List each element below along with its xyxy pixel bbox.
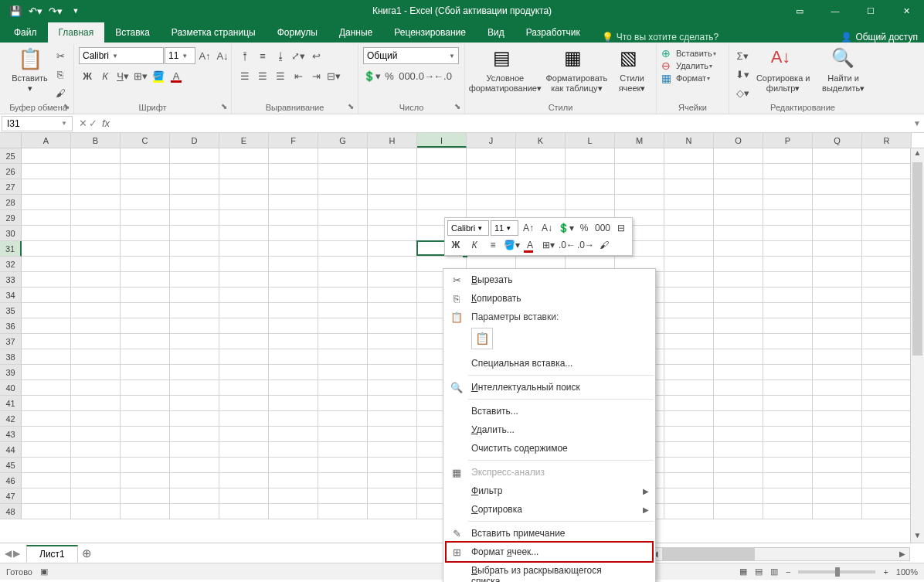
tab-home[interactable]: Главная bbox=[48, 22, 105, 43]
cell[interactable] bbox=[170, 488, 219, 504]
column-header[interactable]: E bbox=[219, 133, 269, 148]
cell[interactable] bbox=[269, 488, 318, 504]
ctx-filter[interactable]: Фильтр▶ bbox=[443, 482, 655, 500]
cell[interactable] bbox=[121, 442, 170, 458]
cell[interactable] bbox=[714, 226, 763, 241]
cell[interactable] bbox=[813, 272, 862, 288]
decrease-font-icon[interactable]: A↓ bbox=[214, 47, 231, 64]
cells-insert-button[interactable]: Вставить bbox=[676, 49, 712, 58]
cell[interactable] bbox=[664, 411, 714, 427]
cell[interactable] bbox=[269, 318, 318, 334]
cell[interactable] bbox=[318, 396, 368, 411]
row-header[interactable]: 28 bbox=[0, 195, 22, 210]
column-header[interactable]: C bbox=[121, 133, 170, 148]
cell[interactable] bbox=[71, 411, 121, 427]
align-left-icon[interactable]: ☰ bbox=[236, 67, 253, 84]
cell[interactable] bbox=[813, 318, 862, 334]
row-header[interactable]: 46 bbox=[0, 473, 22, 488]
cell[interactable] bbox=[813, 349, 862, 365]
cell[interactable] bbox=[368, 349, 417, 365]
cell[interactable] bbox=[269, 164, 318, 179]
cell[interactable] bbox=[664, 365, 714, 380]
cell[interactable] bbox=[664, 164, 714, 179]
cell[interactable] bbox=[664, 488, 714, 504]
cell[interactable] bbox=[269, 442, 318, 458]
mini-format-painter-icon[interactable]: 🖌 bbox=[596, 237, 613, 253]
cell[interactable] bbox=[368, 272, 417, 288]
column-header[interactable]: P bbox=[763, 133, 813, 148]
cell[interactable] bbox=[170, 427, 219, 442]
cell[interactable] bbox=[813, 396, 862, 411]
cell[interactable] bbox=[22, 504, 71, 519]
formula-input[interactable] bbox=[114, 116, 910, 131]
paste-option-default[interactable]: 📋 bbox=[471, 328, 493, 349]
font-size-combo[interactable]: 11▼ bbox=[165, 47, 195, 64]
column-header[interactable]: J bbox=[467, 133, 516, 148]
cell[interactable] bbox=[71, 458, 121, 473]
row-header[interactable]: 41 bbox=[0, 396, 22, 411]
ctx-format-cells[interactable]: ⊞Формат ячеек... bbox=[443, 543, 655, 561]
cell[interactable] bbox=[269, 257, 318, 272]
cell[interactable] bbox=[170, 396, 219, 411]
cell[interactable] bbox=[714, 195, 763, 210]
cell[interactable] bbox=[170, 334, 219, 349]
cell[interactable] bbox=[714, 288, 763, 303]
cell[interactable] bbox=[318, 365, 368, 380]
cell[interactable] bbox=[269, 179, 318, 195]
row-header[interactable]: 44 bbox=[0, 442, 22, 458]
cell[interactable] bbox=[368, 458, 417, 473]
cell[interactable] bbox=[318, 272, 368, 288]
cell[interactable] bbox=[862, 195, 912, 210]
tab-pagelayout[interactable]: Разметка страницы bbox=[161, 22, 267, 43]
cell[interactable] bbox=[664, 349, 714, 365]
cell[interactable] bbox=[763, 257, 813, 272]
cell[interactable] bbox=[170, 473, 219, 488]
horizontal-scroll-thumb[interactable] bbox=[662, 548, 755, 560]
cell[interactable] bbox=[219, 318, 269, 334]
ctx-sort[interactable]: Сортировка▶ bbox=[443, 500, 655, 519]
cell[interactable] bbox=[318, 179, 368, 195]
cell[interactable] bbox=[763, 488, 813, 504]
cell[interactable] bbox=[219, 288, 269, 303]
cell[interactable] bbox=[516, 164, 566, 179]
view-normal-icon[interactable]: ▦ bbox=[739, 567, 747, 577]
sheet-tab-active[interactable]: Лист1 bbox=[26, 545, 78, 562]
cell[interactable] bbox=[664, 318, 714, 334]
cell[interactable] bbox=[664, 210, 714, 226]
cell[interactable] bbox=[862, 473, 912, 488]
cells-format-button[interactable]: Формат bbox=[676, 73, 706, 83]
mini-size-combo[interactable]: 11 ▼ bbox=[491, 220, 518, 236]
row-header[interactable]: 47 bbox=[0, 488, 22, 504]
sheet-prev-icon[interactable]: ◀ bbox=[5, 548, 12, 559]
cell[interactable] bbox=[862, 334, 912, 349]
cell[interactable] bbox=[714, 272, 763, 288]
row-header[interactable]: 32 bbox=[0, 257, 22, 272]
mini-align-icon[interactable]: ≡ bbox=[484, 237, 501, 253]
cell[interactable] bbox=[219, 257, 269, 272]
copy-icon[interactable]: ⎘ bbox=[52, 66, 69, 83]
cell[interactable] bbox=[22, 488, 71, 504]
cell[interactable] bbox=[368, 473, 417, 488]
cell[interactable] bbox=[566, 195, 615, 210]
cell[interactable] bbox=[269, 380, 318, 396]
row-header[interactable]: 39 bbox=[0, 365, 22, 380]
cell[interactable] bbox=[862, 380, 912, 396]
cell[interactable] bbox=[121, 396, 170, 411]
conditional-formatting-button[interactable]: ▤Условное форматирование▾ bbox=[470, 46, 541, 95]
cell[interactable] bbox=[368, 148, 417, 164]
cell[interactable] bbox=[170, 241, 219, 257]
cell[interactable] bbox=[219, 334, 269, 349]
alignment-launcher[interactable]: ⬊ bbox=[345, 100, 356, 111]
column-header[interactable]: K bbox=[516, 133, 566, 148]
cell[interactable] bbox=[763, 210, 813, 226]
cell[interactable] bbox=[664, 504, 714, 519]
maximize-icon[interactable]: ☐ bbox=[853, 0, 888, 22]
ribbon-display-icon[interactable]: ▭ bbox=[782, 0, 817, 22]
cell[interactable] bbox=[813, 226, 862, 241]
cell[interactable] bbox=[862, 442, 912, 458]
cell[interactable] bbox=[71, 226, 121, 241]
mini-accounting-icon[interactable]: 💲▾ bbox=[557, 220, 574, 236]
column-header[interactable]: R bbox=[862, 133, 912, 148]
cell[interactable] bbox=[664, 148, 714, 164]
cell[interactable] bbox=[714, 427, 763, 442]
